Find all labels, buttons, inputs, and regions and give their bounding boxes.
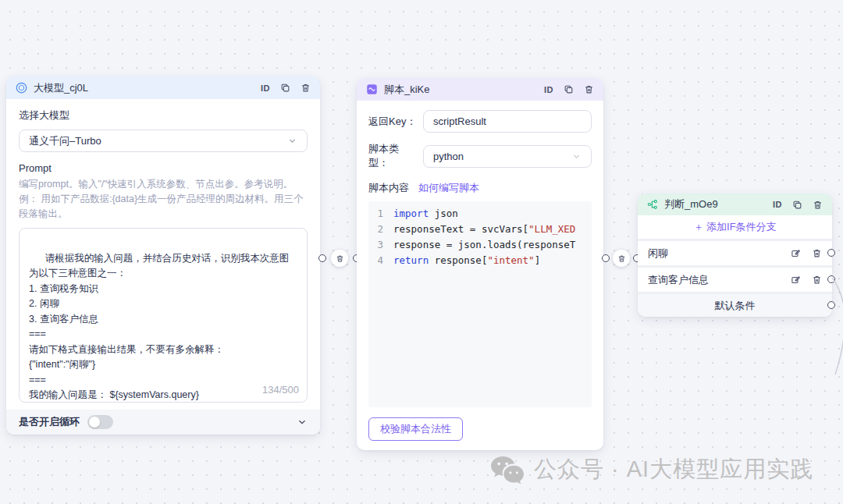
char-count: 134/500 bbox=[262, 382, 299, 398]
script-node[interactable]: 脚本_kiKe ID 返回Key： scriptResult 脚本类型： pyt… bbox=[357, 78, 603, 450]
script-node-header[interactable]: 脚本_kiKe ID bbox=[357, 78, 603, 101]
branch-customer-info-output-port[interactable] bbox=[827, 275, 835, 283]
default-branch-row[interactable]: 默认条件 bbox=[638, 294, 832, 317]
model-select-label: 选择大模型 bbox=[19, 108, 308, 122]
line-number: 3 bbox=[368, 237, 393, 253]
prompt-textarea-value: 请根据我的输入问题，并结合历史对话，识别我本次意图为以下三种意图之一： 1. 查… bbox=[29, 253, 289, 401]
branch-list: 闲聊 查询客户信息 默认条件 bbox=[638, 239, 832, 317]
how-to-write-script-link[interactable]: 如何编写脚本 bbox=[418, 181, 479, 195]
script-output-port[interactable] bbox=[602, 254, 610, 262]
judge-node[interactable]: 判断_mOe9 ID ＋ 添加IF条件分支 闲聊 查询客户信息 bbox=[638, 193, 832, 317]
script-type-select[interactable]: python bbox=[423, 145, 592, 168]
line-number: 2 bbox=[368, 222, 393, 237]
line-number: 4 bbox=[368, 253, 393, 268]
code-line: 2responseText = svcVars["LLM_XED bbox=[368, 222, 592, 237]
llm-copy-icon[interactable] bbox=[280, 83, 290, 93]
script-type-value: python bbox=[433, 151, 464, 162]
judge-node-icon bbox=[647, 199, 658, 210]
llm-id-button[interactable]: ID bbox=[261, 83, 270, 93]
code-editor[interactable]: 1import json 2responseText = svcVars["LL… bbox=[368, 201, 592, 407]
code-token: responseText = svcVars[ bbox=[393, 223, 528, 235]
default-branch-label: 默认条件 bbox=[715, 299, 756, 313]
model-select-value: 通义千问–Turbo bbox=[29, 134, 101, 148]
watermark-text: 公众号 · AI大模型应用实践 bbox=[534, 454, 813, 485]
code-token: return bbox=[393, 254, 429, 266]
script-copy-icon[interactable] bbox=[564, 84, 574, 94]
wechat-icon bbox=[490, 455, 525, 484]
code-line: 4return response["intent"] bbox=[368, 253, 592, 268]
code-token: "LLM_XED bbox=[528, 223, 575, 235]
script-id-button[interactable]: ID bbox=[544, 85, 553, 94]
code-token: response = json.loads(responseT bbox=[393, 239, 575, 250]
prompt-label: Prompt bbox=[19, 162, 308, 174]
return-key-label: 返回Key： bbox=[368, 115, 417, 129]
script-type-label: 脚本类型： bbox=[368, 142, 417, 170]
chevron-down-icon bbox=[571, 151, 582, 161]
judge-id-button[interactable]: ID bbox=[773, 200, 782, 209]
code-token: import bbox=[393, 208, 429, 219]
script-content-label: 脚本内容 bbox=[368, 181, 409, 195]
code-token: json bbox=[429, 208, 458, 219]
branch-row-chitchat[interactable]: 闲聊 bbox=[638, 241, 832, 265]
return-key-value: scriptResult bbox=[433, 115, 486, 127]
edit-icon[interactable] bbox=[791, 248, 801, 258]
llm-node-header[interactable]: 大模型_cj0L ID bbox=[6, 76, 320, 99]
loop-toggle[interactable] bbox=[87, 415, 113, 429]
script-delete-icon[interactable] bbox=[584, 84, 594, 94]
code-token: "intent" bbox=[487, 254, 534, 266]
judge-node-title: 判断_mOe9 bbox=[664, 197, 718, 211]
script-node-icon bbox=[366, 83, 378, 95]
llm-node-title: 大模型_cj0L bbox=[34, 81, 88, 95]
watermark: 公众号 · AI大模型应用实践 bbox=[490, 454, 813, 485]
code-line: 1import json bbox=[368, 206, 592, 222]
edge-delete-button-2[interactable] bbox=[613, 250, 630, 267]
edge-delete-button-1[interactable] bbox=[331, 250, 348, 267]
branch-default-output-port[interactable] bbox=[827, 301, 835, 309]
llm-node-icon bbox=[16, 82, 27, 94]
script-node-title: 脚本_kiKe bbox=[384, 83, 430, 97]
prompt-help-text: 编写prompt。输入"/"快速引入系统参数、节点出参。参考说明。 例： 用如下… bbox=[19, 177, 308, 222]
loop-label: 是否开启循环 bbox=[19, 415, 80, 429]
code-line: 3response = json.loads(responseT bbox=[368, 237, 592, 253]
branch-row-customer-info[interactable]: 查询客户信息 bbox=[638, 268, 832, 292]
judge-delete-icon[interactable] bbox=[813, 200, 823, 210]
trash-icon[interactable] bbox=[812, 275, 822, 285]
code-token: ] bbox=[535, 254, 541, 266]
judge-copy-icon[interactable] bbox=[792, 200, 802, 210]
llm-output-port[interactable] bbox=[318, 254, 326, 262]
loop-section[interactable]: 是否开启循环 bbox=[6, 410, 320, 435]
llm-node[interactable]: 大模型_cj0L ID 选择大模型 通义千问–Turbo Prompt 编写pr… bbox=[6, 76, 320, 435]
chevron-down-icon bbox=[287, 136, 297, 146]
loop-chevron-down-icon[interactable] bbox=[297, 417, 308, 428]
add-if-branch-button[interactable]: ＋ 添加IF条件分支 bbox=[638, 215, 832, 239]
prompt-textarea[interactable]: 请根据我的输入问题，并结合历史对话，识别我本次意图为以下三种意图之一： 1. 查… bbox=[19, 228, 308, 403]
branch-label: 闲聊 bbox=[648, 247, 668, 261]
branch-chitchat-output-port[interactable] bbox=[827, 249, 835, 257]
return-key-input[interactable]: scriptResult bbox=[423, 110, 592, 133]
trash-icon[interactable] bbox=[812, 248, 822, 258]
branch-label: 查询客户信息 bbox=[648, 273, 709, 287]
validate-script-button[interactable]: 校验脚本合法性 bbox=[368, 417, 463, 441]
line-number: 1 bbox=[368, 206, 393, 222]
model-select[interactable]: 通义千问–Turbo bbox=[19, 130, 308, 152]
code-token: response[ bbox=[429, 254, 487, 266]
edit-icon[interactable] bbox=[791, 275, 801, 285]
judge-node-header[interactable]: 判断_mOe9 ID bbox=[638, 193, 832, 215]
llm-delete-icon[interactable] bbox=[301, 83, 311, 93]
